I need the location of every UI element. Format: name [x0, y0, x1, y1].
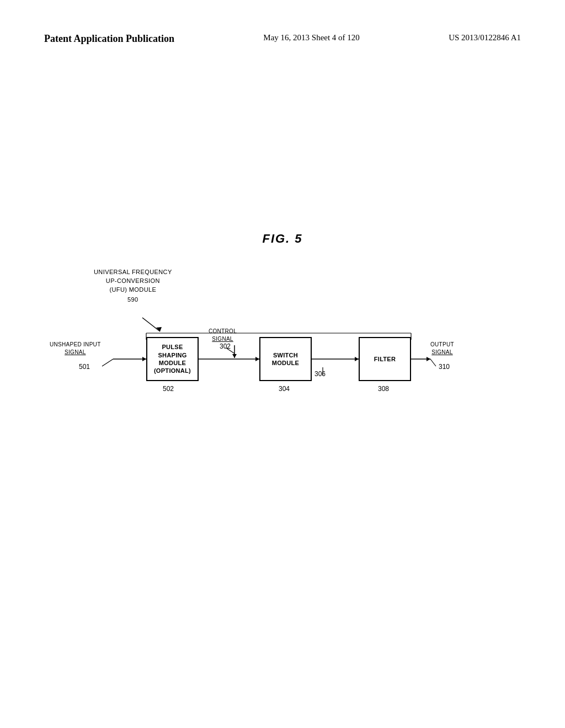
- ref-501: 501: [79, 363, 90, 371]
- svg-marker-1: [156, 327, 162, 331]
- ref-302: 302: [220, 342, 231, 350]
- patent-page: Patent Application Publication May 16, 2…: [0, 0, 565, 728]
- sheet-info: May 16, 2013 Sheet 4 of 120: [263, 33, 360, 42]
- svg-line-18: [430, 359, 436, 366]
- unshaped-input-label: UNSHAPED INPUT SIGNAL: [50, 341, 101, 356]
- ufu-module-label: UNIVERSAL FREQUENCY UP-CONVERSION (UFU) …: [94, 268, 172, 304]
- ref-304: 304: [279, 385, 290, 393]
- ref-502: 502: [163, 385, 174, 393]
- ref-306: 306: [315, 370, 326, 378]
- figure-title: FIG. 5: [44, 232, 521, 246]
- svg-marker-15: [355, 357, 359, 361]
- ufu-ref-num: 590: [127, 296, 138, 304]
- ref-310: 310: [439, 363, 450, 371]
- svg-marker-8: [232, 354, 237, 358]
- svg-marker-17: [427, 357, 430, 361]
- control-signal-label: CONTROL SIGNAL: [209, 328, 237, 343]
- publication-label: Patent Application Publication: [44, 33, 174, 45]
- output-signal-label: OUTPUT SIGNAL: [430, 341, 454, 356]
- filter-block: FILTER: [359, 337, 411, 381]
- page-header: Patent Application Publication May 16, 2…: [44, 33, 521, 45]
- ref-308: 308: [378, 385, 389, 393]
- pulse-shaping-block: PULSESHAPINGMODULE(OPTIONAL): [146, 337, 199, 381]
- patent-number: US 2013/0122846 A1: [449, 33, 521, 42]
- diagram-area: FIG. 5 UNIVERSAL FREQUENCY UP-CONVERSION…: [44, 232, 521, 461]
- svg-line-0: [142, 318, 160, 331]
- svg-line-4: [102, 359, 113, 366]
- svg-marker-11: [255, 357, 259, 361]
- svg-marker-3: [142, 357, 146, 361]
- switch-module-block: SWITCHMODULE: [259, 337, 312, 381]
